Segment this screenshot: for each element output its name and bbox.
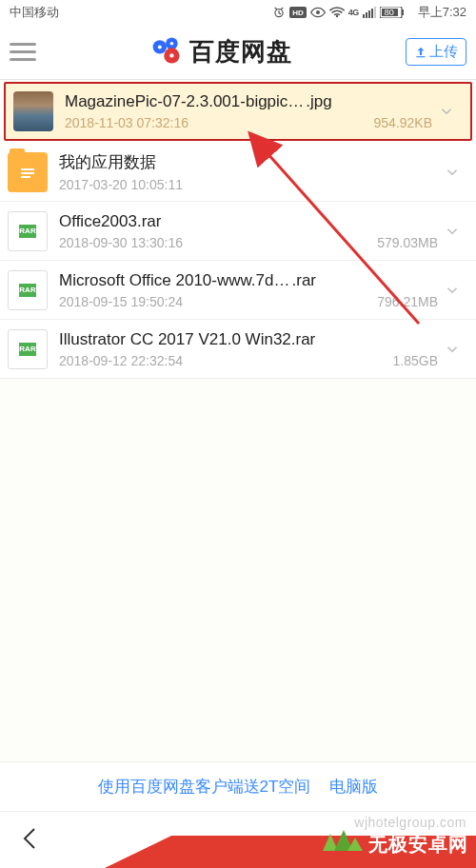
- svg-rect-7: [368, 10, 370, 18]
- file-row[interactable]: 我的应用数据2017-03-20 10:05:11: [0, 143, 476, 202]
- eye-icon: [310, 7, 326, 18]
- file-date: 2018-09-30 13:30:16: [59, 235, 183, 250]
- promo-bar: 使用百度网盘客户端送2T空间 电脑版: [0, 761, 476, 811]
- chevron-down-icon: [438, 103, 455, 120]
- file-name: 我的应用数据: [59, 151, 438, 173]
- file-info: Office2003.rar2018-09-30 13:30:16579.03M…: [59, 212, 438, 250]
- file-row[interactable]: RAROffice2003.rar2018-09-30 13:30:16579.…: [0, 202, 476, 261]
- battery-icon: 80: [380, 7, 414, 18]
- file-name: MagazinePic-07-2.3.001-bigpic….jpg: [65, 92, 432, 111]
- expand-button[interactable]: [438, 282, 466, 299]
- file-row[interactable]: RARMicrosoft Office 2010-www.7d….rar2018…: [0, 261, 476, 320]
- file-info: 我的应用数据2017-03-20 10:05:11: [59, 151, 438, 192]
- promo-pc-link[interactable]: 电脑版: [329, 776, 378, 798]
- file-size: 579.03MB: [377, 235, 438, 250]
- expand-button[interactable]: [438, 223, 466, 240]
- svg-rect-21: [21, 172, 34, 174]
- chevron-down-icon: [444, 341, 461, 358]
- svg-point-4: [335, 15, 337, 17]
- file-size: 796.21MB: [377, 294, 438, 309]
- signal-4g: 4G: [348, 8, 359, 17]
- svg-point-16: [158, 45, 162, 49]
- svg-point-17: [170, 42, 174, 46]
- file-name: Office2003.rar: [59, 212, 438, 231]
- promo-client-link[interactable]: 使用百度网盘客户端送2T空间: [98, 776, 311, 798]
- folder-icon: [8, 152, 48, 192]
- chevron-down-icon: [444, 282, 461, 299]
- back-button[interactable]: [21, 825, 40, 856]
- bottom-nav: [0, 811, 476, 868]
- upload-button[interactable]: 上传: [406, 38, 466, 66]
- file-date: 2018-09-15 19:50:24: [59, 294, 183, 309]
- file-row[interactable]: MagazinePic-07-2.3.001-bigpic….jpg2018-1…: [4, 82, 472, 141]
- signal-bars-icon: [363, 7, 376, 18]
- clock-label: 早上7:32: [418, 4, 466, 21]
- svg-rect-19: [416, 56, 425, 57]
- file-list: MagazinePic-07-2.3.001-bigpic….jpg2018-1…: [0, 82, 476, 379]
- hd-icon: HD: [289, 7, 307, 18]
- svg-point-3: [316, 10, 320, 14]
- wifi-icon: [329, 7, 345, 18]
- svg-rect-22: [21, 176, 30, 178]
- svg-text:HD: HD: [292, 9, 304, 17]
- svg-rect-6: [366, 12, 367, 18]
- file-row[interactable]: RARIllustrator CC 2017 V21.0 Win32.rar20…: [0, 320, 476, 379]
- file-date: 2018-09-12 22:32:54: [59, 353, 183, 368]
- baidu-pan-logo-icon: [149, 33, 184, 71]
- svg-point-18: [169, 53, 173, 57]
- file-info: Illustrator CC 2017 V21.0 Win32.rar2018-…: [59, 330, 438, 368]
- expand-button[interactable]: [432, 103, 461, 120]
- file-size: 1.85GB: [393, 353, 438, 368]
- archive-icon: RAR: [8, 211, 48, 251]
- app-title: 百度网盘: [189, 35, 292, 69]
- file-size: 954.92KB: [374, 115, 433, 130]
- upload-icon: [414, 46, 427, 59]
- app-header: 百度网盘 上传: [0, 25, 476, 80]
- chevron-down-icon: [444, 164, 461, 181]
- file-name: Illustrator CC 2017 V21.0 Win32.rar: [59, 330, 438, 349]
- svg-rect-20: [21, 168, 34, 170]
- file-date: 2018-11-03 07:32:16: [65, 115, 188, 130]
- archive-icon: RAR: [8, 270, 48, 310]
- status-bar: 中国移动 HD 4G 80 早上7:32: [0, 0, 476, 25]
- svg-rect-5: [363, 14, 365, 18]
- alarm-icon: [272, 6, 286, 19]
- carrier-label: 中国移动: [10, 4, 59, 21]
- svg-rect-8: [371, 9, 373, 18]
- file-info: Microsoft Office 2010-www.7d….rar2018-09…: [59, 271, 438, 309]
- archive-icon: RAR: [8, 329, 48, 369]
- file-date: 2017-03-20 10:05:11: [59, 177, 183, 192]
- expand-button[interactable]: [438, 341, 466, 358]
- file-name: Microsoft Office 2010-www.7d….rar: [59, 271, 438, 290]
- image-thumb-icon: [13, 91, 53, 131]
- menu-button[interactable]: [10, 43, 36, 61]
- svg-rect-11: [402, 10, 404, 15]
- expand-button[interactable]: [438, 164, 466, 181]
- chevron-down-icon: [444, 223, 461, 240]
- brand: 百度网盘: [36, 33, 406, 71]
- svg-rect-9: [374, 7, 376, 18]
- upload-label: 上传: [429, 43, 458, 61]
- file-info: MagazinePic-07-2.3.001-bigpic….jpg2018-1…: [65, 92, 432, 130]
